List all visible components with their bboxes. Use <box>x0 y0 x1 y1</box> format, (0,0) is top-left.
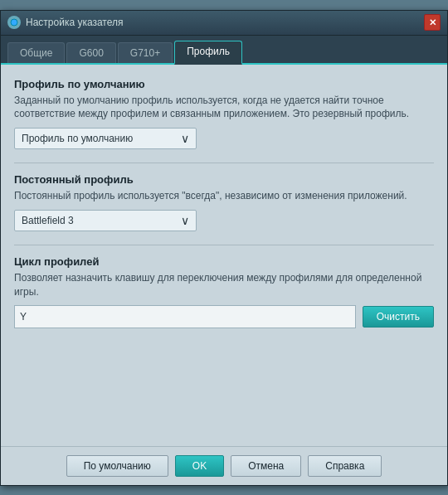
title-bar: Настройка указателя ✕ <box>1 11 447 36</box>
permanent-profile-dropdown[interactable]: Battlefield 3 ∨ <box>14 210 197 231</box>
help-button[interactable]: Справка <box>308 455 382 477</box>
title-bar-left: Настройка указателя <box>7 16 124 29</box>
tab-bar: Общие G600 G710+ Профиль <box>1 36 447 65</box>
default-profile-dropdown[interactable]: Профиль по умолчанию ∨ <box>14 128 197 149</box>
permanent-profile-title: Постоянный профиль <box>14 173 434 186</box>
permanent-profile-arrow-icon: ∨ <box>181 214 189 227</box>
svg-point-0 <box>11 19 17 26</box>
cancel-button[interactable]: Отмена <box>231 455 301 477</box>
default-profile-value: Профиль по умолчанию <box>22 133 133 144</box>
default-profile-title: Профиль по умолчанию <box>14 78 434 90</box>
tab-profile[interactable]: Профиль <box>174 41 242 65</box>
cycle-input-row: Очистить <box>14 305 434 328</box>
permanent-profile-value: Battlefield 3 <box>22 215 74 226</box>
clear-button[interactable]: Очистить <box>363 306 434 328</box>
ok-button[interactable]: OK <box>175 455 224 477</box>
permanent-profile-desc: Постоянный профиль используется "всегда"… <box>14 189 434 203</box>
default-profile-section: Профиль по умолчанию Заданный по умолчан… <box>14 78 434 150</box>
cycle-profiles-title: Цикл профилей <box>14 255 434 268</box>
divider-1 <box>14 163 434 163</box>
permanent-profile-section: Постоянный профиль Постоянный профиль ис… <box>14 173 434 231</box>
close-button[interactable]: ✕ <box>424 14 441 31</box>
tab-g710plus[interactable]: G710+ <box>118 42 173 63</box>
cycle-profiles-desc: Позволяет назначить клавишу для переключ… <box>14 271 434 299</box>
tab-general[interactable]: Общие <box>7 42 65 63</box>
default-profile-arrow-icon: ∨ <box>181 132 189 145</box>
window-title: Настройка указателя <box>26 17 124 28</box>
cycle-key-input[interactable] <box>14 305 356 328</box>
app-icon <box>7 16 21 29</box>
default-profile-desc: Заданный по умолчанию профиль использует… <box>14 94 434 122</box>
cycle-profiles-section: Цикл профилей Позволяет назначить клавиш… <box>14 255 434 329</box>
default-button[interactable]: По умолчанию <box>66 455 168 477</box>
content-area: Профиль по умолчанию Заданный по умолчан… <box>1 65 447 446</box>
tab-g600[interactable]: G600 <box>66 42 115 63</box>
main-window: Настройка указателя ✕ Общие G600 G710+ П… <box>0 10 448 486</box>
divider-2 <box>14 245 434 245</box>
footer-bar: По умолчанию OK Отмена Справка <box>1 446 447 485</box>
